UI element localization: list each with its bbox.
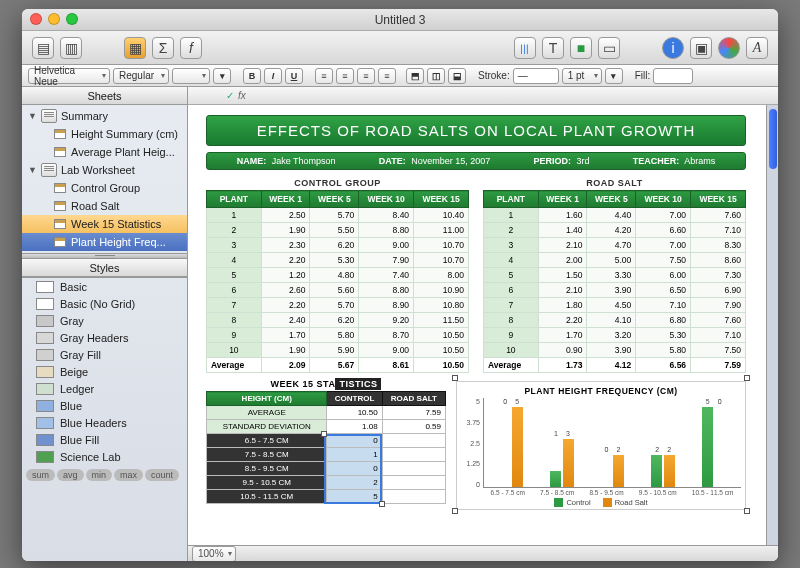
style-item[interactable]: Ledger bbox=[22, 380, 187, 397]
cell[interactable]: 1.60 bbox=[538, 208, 587, 223]
bar-roadsalt[interactable] bbox=[563, 439, 574, 487]
style-item[interactable]: Science Lab bbox=[22, 448, 187, 465]
cell[interactable]: 5.90 bbox=[310, 343, 359, 358]
bar-roadsalt[interactable] bbox=[512, 407, 523, 487]
fn-pill[interactable]: count bbox=[145, 469, 179, 481]
cell[interactable]: 2.10 bbox=[538, 283, 587, 298]
bar-control[interactable] bbox=[550, 471, 561, 487]
cell[interactable]: 7.90 bbox=[359, 253, 414, 268]
cell[interactable]: 8.61 bbox=[359, 358, 414, 373]
cell[interactable]: 8.90 bbox=[359, 298, 414, 313]
cell[interactable]: 5.70 bbox=[310, 208, 359, 223]
cell[interactable]: 7.59 bbox=[691, 358, 746, 373]
cell[interactable]: 7.90 bbox=[691, 298, 746, 313]
cell[interactable]: 2 bbox=[484, 223, 539, 238]
media-button[interactable]: ▣ bbox=[690, 37, 712, 59]
align-right-button[interactable]: ≡ bbox=[357, 68, 375, 84]
cell[interactable]: 2.40 bbox=[261, 313, 310, 328]
cell[interactable]: 9.00 bbox=[359, 343, 414, 358]
zoom-select[interactable]: 100% bbox=[192, 546, 236, 562]
cell[interactable]: 6.60 bbox=[636, 223, 691, 238]
font-style-select[interactable]: Regular bbox=[113, 68, 169, 84]
info-button[interactable]: i bbox=[662, 37, 684, 59]
cell[interactable]: 4 bbox=[484, 253, 539, 268]
cell[interactable]: 4.10 bbox=[587, 313, 636, 328]
cell[interactable]: 2 bbox=[207, 223, 262, 238]
font-size-select[interactable] bbox=[172, 68, 210, 84]
cell[interactable] bbox=[382, 462, 445, 476]
formula-button[interactable]: f bbox=[180, 37, 202, 59]
cell[interactable]: 7.60 bbox=[691, 208, 746, 223]
cell[interactable]: 9.20 bbox=[359, 313, 414, 328]
style-item[interactable]: Basic (No Grid) bbox=[22, 295, 187, 312]
valign-bot-button[interactable]: ⬓ bbox=[448, 68, 466, 84]
sheet-button[interactable]: ▥ bbox=[60, 37, 82, 59]
cell[interactable]: 1.50 bbox=[538, 268, 587, 283]
cell[interactable]: 1.70 bbox=[261, 328, 310, 343]
cell[interactable]: 7 bbox=[484, 298, 539, 313]
stroke-width[interactable]: 1 pt bbox=[562, 68, 602, 84]
bar-control[interactable] bbox=[702, 407, 713, 487]
cell[interactable]: 2.60 bbox=[261, 283, 310, 298]
title-banner[interactable]: EFFECTS OF ROAD SALTS ON LOCAL PLANT GRO… bbox=[206, 115, 746, 146]
cell[interactable]: 10.50 bbox=[414, 358, 469, 373]
cell[interactable]: 8.40 bbox=[359, 208, 414, 223]
col-header[interactable]: PLANT bbox=[207, 191, 262, 208]
sidebar-item[interactable]: Week 15 Statistics bbox=[22, 215, 187, 233]
stroke-color-button[interactable]: ▾ bbox=[605, 68, 623, 84]
chart-button[interactable]: ⫼ bbox=[514, 37, 536, 59]
cell[interactable]: 5.70 bbox=[310, 298, 359, 313]
canvas[interactable]: EFFECTS OF ROAD SALTS ON LOCAL PLANT GRO… bbox=[188, 105, 778, 545]
cell[interactable]: 2 bbox=[327, 476, 382, 490]
chart-handle[interactable] bbox=[744, 508, 750, 514]
cell[interactable]: 6 bbox=[207, 283, 262, 298]
sum-button[interactable]: Σ bbox=[152, 37, 174, 59]
cell[interactable]: 2.10 bbox=[538, 238, 587, 253]
cell[interactable]: 10.5 - 11.5 CM bbox=[207, 490, 327, 504]
cell[interactable]: 8 bbox=[484, 313, 539, 328]
cell[interactable]: AVERAGE bbox=[207, 406, 327, 420]
cell[interactable]: 5.80 bbox=[310, 328, 359, 343]
disclosure-arrow-icon[interactable]: ▼ bbox=[28, 111, 37, 121]
fn-pill[interactable]: max bbox=[114, 469, 143, 481]
cell[interactable]: 8.80 bbox=[359, 283, 414, 298]
cell[interactable]: 7.30 bbox=[691, 268, 746, 283]
cell[interactable]: 10.90 bbox=[414, 283, 469, 298]
cell[interactable]: 1.90 bbox=[261, 223, 310, 238]
cell[interactable]: 4.50 bbox=[587, 298, 636, 313]
cell[interactable]: 4.12 bbox=[587, 358, 636, 373]
underline-button[interactable]: U bbox=[285, 68, 303, 84]
textbox-button[interactable]: T bbox=[542, 37, 564, 59]
style-item[interactable]: Basic bbox=[22, 278, 187, 295]
align-left-button[interactable]: ≡ bbox=[315, 68, 333, 84]
col-header[interactable]: WEEK 1 bbox=[538, 191, 587, 208]
cell[interactable]: 7 bbox=[207, 298, 262, 313]
control-group-table[interactable]: CONTROL GROUP PLANTWEEK 1WEEK 5WEEK 10WE… bbox=[206, 178, 469, 373]
cell[interactable]: 10.70 bbox=[414, 253, 469, 268]
cell[interactable]: 1 bbox=[327, 448, 382, 462]
cell[interactable]: 4.70 bbox=[587, 238, 636, 253]
bar-control[interactable] bbox=[651, 455, 662, 487]
close-icon[interactable] bbox=[30, 13, 42, 25]
cell[interactable] bbox=[382, 434, 445, 448]
fill-color[interactable] bbox=[653, 68, 693, 84]
col-header[interactable]: PLANT bbox=[484, 191, 539, 208]
sheet-group[interactable]: ▼Summary bbox=[22, 107, 187, 125]
bold-button[interactable]: B bbox=[243, 68, 261, 84]
italic-button[interactable]: I bbox=[264, 68, 282, 84]
selection-handle[interactable] bbox=[321, 431, 327, 437]
style-item[interactable]: Blue bbox=[22, 397, 187, 414]
cell[interactable]: 10.40 bbox=[414, 208, 469, 223]
cell[interactable]: 4.80 bbox=[310, 268, 359, 283]
cell[interactable]: 0 bbox=[327, 434, 382, 448]
cell[interactable]: 6.90 bbox=[691, 283, 746, 298]
col-header[interactable]: WEEK 15 bbox=[691, 191, 746, 208]
cell[interactable]: 10 bbox=[484, 343, 539, 358]
road-salt-table[interactable]: ROAD SALT PLANTWEEK 1WEEK 5WEEK 10WEEK 1… bbox=[483, 178, 746, 373]
shape-button[interactable]: ■ bbox=[570, 37, 592, 59]
col-header[interactable]: WEEK 10 bbox=[636, 191, 691, 208]
col-header[interactable]: WEEK 10 bbox=[359, 191, 414, 208]
valign-top-button[interactable]: ⬒ bbox=[406, 68, 424, 84]
cell[interactable]: 2.09 bbox=[261, 358, 310, 373]
cell[interactable]: 11.00 bbox=[414, 223, 469, 238]
